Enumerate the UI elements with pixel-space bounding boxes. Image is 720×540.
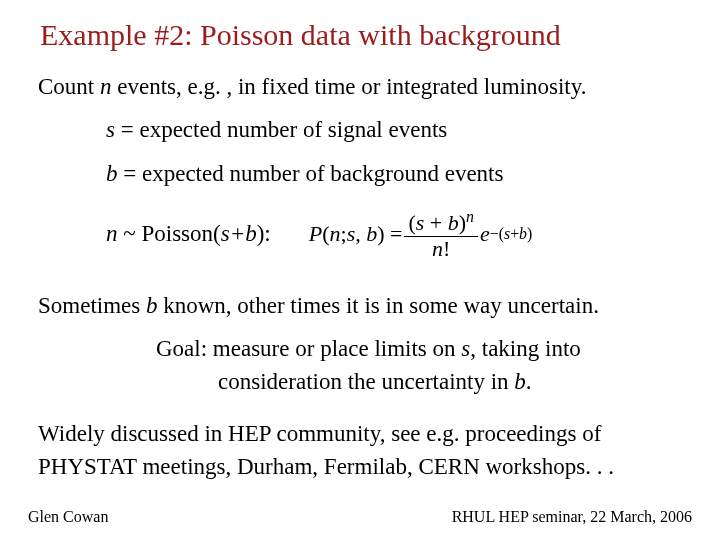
text: = expected number of background events — [118, 161, 504, 186]
f-sb: s, b — [347, 221, 378, 247]
num-plus: + — [424, 210, 447, 235]
var-n: n — [106, 221, 118, 246]
footer-venue: RHUL HEP seminar, 22 March, 2006 — [452, 508, 692, 526]
var-s: s — [106, 117, 115, 142]
distribution-text: n ~ Poisson(s+b): — [106, 221, 271, 247]
text: Sometimes — [38, 293, 146, 318]
text: = expected number of signal events — [115, 117, 447, 142]
exp-rp: ) — [527, 225, 532, 242]
count-line: Count n events, e.g. , in fixed time or … — [38, 70, 682, 103]
widely-line-2: PHYSTAT meetings, Durham, Fermilab, CERN… — [38, 450, 682, 483]
var-s: s — [461, 336, 470, 361]
footer-author: Glen Cowan — [28, 508, 108, 526]
text: ~ Poisson( — [118, 221, 221, 246]
var-b: b — [106, 161, 118, 186]
f-P: P — [309, 221, 322, 247]
arg: s+b — [221, 221, 257, 246]
num-lp: ( — [408, 210, 415, 235]
var-b: b — [514, 369, 526, 394]
exp-plus: + — [510, 225, 519, 242]
b-definition: b = expected number of background events — [106, 157, 682, 190]
goal-line-1: Goal: measure or place limits on s, taki… — [156, 332, 682, 365]
exp-e: e — [480, 221, 490, 247]
slide-title: Example #2: Poisson data with background — [40, 18, 682, 52]
num-exp-n: n — [466, 208, 474, 225]
text: known, other times it is in some way unc… — [157, 293, 598, 318]
text: Count — [38, 74, 100, 99]
f-lp: ( — [322, 221, 329, 247]
var-n: n — [100, 74, 112, 99]
f-n: n — [330, 221, 341, 247]
text: . — [526, 369, 532, 394]
footer: Glen Cowan RHUL HEP seminar, 22 March, 2… — [28, 508, 692, 526]
f-eq: ) = — [377, 221, 402, 247]
den-fact: ! — [443, 236, 450, 261]
slide: Example #2: Poisson data with background… — [0, 0, 720, 540]
goal-line-2: consideration the uncertainty in b. — [218, 365, 682, 398]
text: ): — [257, 221, 271, 246]
text: measure or place limits on — [213, 336, 461, 361]
exp-b: b — [519, 225, 527, 242]
num-rp: ) — [459, 210, 466, 235]
num-b: b — [448, 210, 459, 235]
text: , taking into — [470, 336, 581, 361]
widely-line-1: Widely discussed in HEP community, see e… — [38, 417, 682, 450]
sometimes-line: Sometimes b known, other times it is in … — [38, 289, 682, 322]
distribution-row: n ~ Poisson(s+b): P(n; s, b) = (s + b)n … — [38, 208, 682, 261]
poisson-formula: P(n; s, b) = (s + b)n n! e−(s+b) — [309, 208, 533, 261]
text: consideration the uncertainty in — [218, 369, 514, 394]
fraction: (s + b)n n! — [404, 208, 478, 261]
s-definition: s = expected number of signal events — [106, 113, 682, 146]
var-b: b — [146, 293, 158, 318]
den-n: n — [432, 236, 443, 261]
text: events, e.g. , in fixed time or integrat… — [111, 74, 586, 99]
goal-label: Goal: — [156, 336, 213, 361]
exp-lp: −( — [490, 225, 504, 242]
